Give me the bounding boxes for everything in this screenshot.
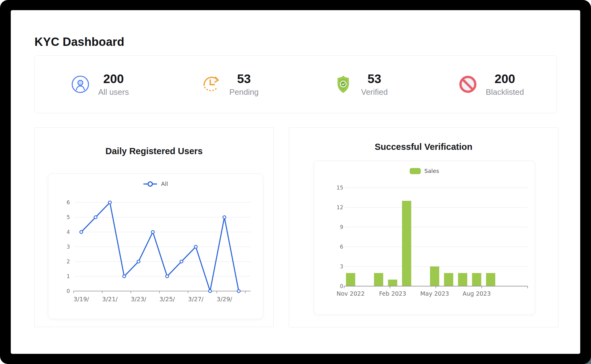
svg-text:3/25/: 3/25/ — [159, 296, 175, 303]
stat-value-all-users: 200 — [103, 73, 124, 85]
stat-value-blacklisted: 200 — [495, 73, 515, 85]
blocked-icon-svg — [459, 75, 477, 94]
svg-text:5: 5 — [66, 214, 70, 220]
svg-text:3: 3 — [66, 244, 70, 250]
line-chart: 01234563/19/3/21/3/23/3/25/3/27/3/29/ — [48, 192, 263, 315]
stat-label-all-users: All users — [98, 88, 129, 96]
stat-value-pending: 53 — [237, 73, 251, 85]
svg-text:6: 6 — [340, 244, 343, 250]
stat-verified: 53 Verified — [296, 73, 426, 96]
user-icon-svg — [71, 75, 90, 94]
svg-text:Aug 2023: Aug 2023 — [463, 290, 491, 297]
svg-text:4: 4 — [66, 229, 70, 235]
user-icon — [71, 75, 90, 94]
svg-text:12: 12 — [336, 204, 343, 210]
line-legend-label: All — [161, 181, 168, 187]
stat-text: 53 Pending — [229, 73, 259, 96]
line-chart-legend[interactable]: All — [48, 181, 263, 187]
bar-chart-legend[interactable]: Sales — [314, 168, 535, 174]
svg-text:3: 3 — [340, 263, 343, 270]
stat-blacklisted: 200 Blacklisted — [426, 73, 557, 96]
bar-chart-title: Successful Verification — [289, 142, 558, 152]
svg-text:3/27/: 3/27/ — [188, 296, 204, 303]
svg-text:1: 1 — [66, 273, 70, 279]
stat-value-verified: 53 — [368, 73, 381, 85]
page-title: KYC Dashboard — [34, 35, 124, 49]
svg-text:3/19/: 3/19/ — [74, 296, 89, 303]
shield-check-icon-svg — [334, 75, 352, 94]
stat-text: 200 All users — [98, 73, 129, 96]
stat-all-users: 200 All users — [35, 73, 165, 96]
stat-pending: 53 Pending — [165, 73, 296, 96]
stat-label-verified: Verified — [361, 88, 388, 96]
bar-chart: 03691215Nov 2022Feb 2023May 2023Aug 2023 — [314, 179, 535, 312]
screen-frame: KYC Dashboard 200 All users — [0, 0, 591, 364]
svg-text:0: 0 — [66, 288, 70, 294]
clock-icon — [202, 75, 221, 94]
stat-text: 53 Verified — [361, 73, 388, 96]
sales-series-swatch-icon — [410, 168, 421, 174]
svg-text:3/23/: 3/23/ — [131, 296, 147, 303]
all-series-marker-icon — [143, 181, 157, 187]
svg-text:6: 6 — [66, 199, 70, 206]
stat-label-pending: Pending — [229, 88, 259, 96]
stats-summary-card: 200 All users 53 Pending — [34, 55, 557, 113]
svg-text:May 2023: May 2023 — [420, 290, 449, 297]
stat-label-blacklisted: Blacklisted — [486, 88, 524, 96]
svg-text:15: 15 — [336, 185, 343, 191]
svg-text:Feb 2023: Feb 2023 — [379, 290, 406, 297]
svg-text:2: 2 — [66, 258, 70, 265]
blocked-icon — [459, 75, 477, 94]
svg-text:9: 9 — [340, 224, 343, 230]
bar-legend-label: Sales — [424, 168, 439, 174]
shield-check-icon — [334, 75, 352, 94]
svg-text:Nov 2022: Nov 2022 — [336, 290, 364, 297]
clock-icon-svg — [202, 75, 221, 94]
successful-verification-card: Successful Verification Sales 03691215No… — [289, 127, 558, 327]
svg-text:3/21/: 3/21/ — [102, 296, 118, 303]
kyc-dashboard: KYC Dashboard 200 All users — [11, 10, 580, 354]
bar-chart-panel: Sales 03691215Nov 2022Feb 2023May 2023Au… — [314, 161, 535, 315]
line-chart-title: Daily Registered Users — [35, 146, 273, 156]
daily-registered-users-card: Daily Registered Users All 01234563/19/3… — [34, 127, 274, 327]
line-chart-panel: All 01234563/19/3/21/3/23/3/25/3/27/3/29… — [48, 174, 263, 319]
svg-text:0: 0 — [340, 283, 343, 289]
stat-text: 200 Blacklisted — [486, 73, 524, 96]
svg-text:3/29/: 3/29/ — [217, 296, 232, 303]
